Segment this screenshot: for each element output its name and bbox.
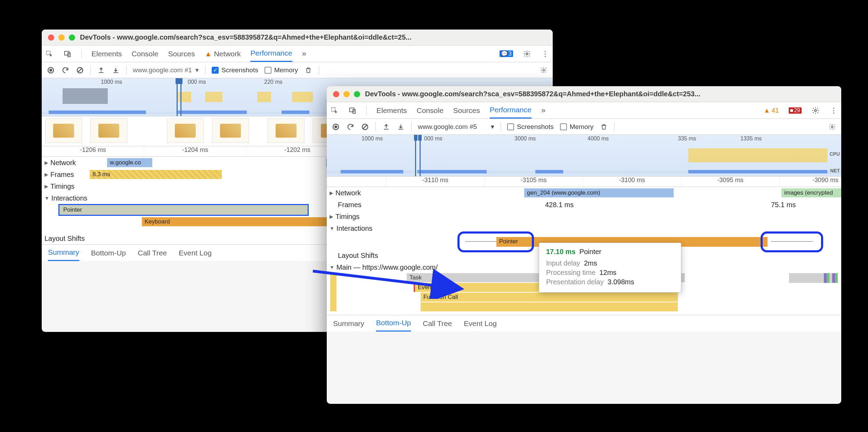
viewport-selection[interactable] — [177, 78, 181, 116]
devtools-window-2: DevTools - www.google.com/search?sca_esv… — [327, 86, 841, 404]
tab-event-log[interactable]: Event Log — [464, 315, 497, 332]
session-select[interactable]: www.google.com #5 ▾ — [418, 123, 494, 131]
gear-icon[interactable] — [523, 50, 531, 58]
svg-point-8 — [543, 69, 545, 71]
flame-bar[interactable] — [421, 302, 678, 311]
download-icon[interactable] — [397, 123, 405, 131]
record-icon[interactable] — [47, 66, 55, 74]
network-item[interactable]: w.google.co — [107, 158, 152, 167]
zoom-icon[interactable] — [69, 34, 75, 41]
tab-elements[interactable]: Elements — [376, 102, 407, 119]
upload-icon[interactable] — [97, 66, 105, 74]
inspect-icon[interactable] — [45, 50, 54, 58]
gear-icon[interactable] — [828, 123, 836, 131]
flame-bar[interactable] — [829, 273, 832, 283]
track-interactions[interactable]: ▼Interactions — [44, 194, 107, 202]
overview-timeline[interactable]: 1000 ms 000 ms 3000 ms 4000 ms 335 ms 13… — [327, 135, 841, 177]
zoom-icon[interactable] — [354, 91, 360, 97]
tab-summary[interactable]: Summary — [48, 245, 79, 261]
tab-bottom-up[interactable]: Bottom-Up — [91, 245, 126, 261]
reload-icon[interactable] — [346, 123, 355, 131]
screenshots-checkbox[interactable]: ✓ Screenshots — [212, 66, 258, 74]
network-item[interactable]: images (encrypted — [781, 188, 841, 197]
tab-event-log[interactable]: Event Log — [179, 245, 212, 261]
tab-network[interactable]: ▲ Network — [205, 46, 241, 62]
titlebar[interactable]: DevTools - www.google.com/search?sca_esv… — [327, 86, 841, 102]
screenshot-thumb[interactable] — [167, 119, 204, 143]
overview-tick: 1335 ms — [740, 136, 762, 142]
tab-elements[interactable]: Elements — [91, 46, 122, 62]
time-ruler[interactable]: -3110 ms -3105 ms -3100 ms -3095 ms -309… — [327, 177, 841, 187]
tab-sources[interactable]: Sources — [453, 102, 480, 119]
warnings-badge[interactable]: ▲ 41 — [764, 107, 779, 114]
screenshot-thumb[interactable] — [45, 119, 82, 143]
interaction-pointer-label[interactable]: Pointer — [60, 205, 102, 214]
screenshots-checkbox[interactable]: Screenshots — [507, 123, 554, 131]
close-icon[interactable] — [48, 34, 54, 41]
close-icon[interactable] — [333, 91, 339, 97]
device-toggle-icon[interactable] — [348, 106, 357, 115]
flame-bar[interactable] — [832, 273, 835, 283]
details-tabs: Summary Bottom-Up Call Tree Event Log — [327, 315, 841, 332]
more-tabs-icon[interactable]: » — [302, 49, 306, 58]
record-icon[interactable] — [332, 123, 340, 131]
clear-icon[interactable] — [361, 123, 369, 131]
track-frames[interactable]: Frames — [330, 201, 392, 209]
kebab-icon[interactable]: ⋮ — [541, 50, 549, 58]
handle-left[interactable] — [414, 135, 417, 141]
inspect-icon[interactable] — [330, 106, 339, 115]
session-select[interactable]: www.google.com #1 ▾ — [133, 66, 199, 74]
tab-console[interactable]: Console — [132, 46, 159, 62]
viewport-selection[interactable] — [415, 135, 421, 176]
messages-badge[interactable]: 💬 3 — [500, 50, 513, 57]
trash-icon[interactable] — [600, 123, 608, 131]
flame-bar[interactable] — [789, 273, 824, 283]
track-network[interactable]: ▶Network — [44, 159, 107, 167]
flame-bar[interactable] — [827, 273, 829, 283]
handle-left[interactable] — [176, 78, 179, 84]
frame-bar[interactable]: 8.3 ms — [90, 170, 222, 179]
kebab-icon[interactable]: ⋮ — [829, 106, 838, 115]
tab-sources[interactable]: Sources — [168, 46, 195, 62]
memory-checkbox[interactable]: Memory — [560, 123, 594, 131]
trash-icon[interactable] — [304, 66, 313, 74]
handle-right[interactable] — [179, 78, 182, 84]
download-icon[interactable] — [112, 66, 120, 74]
tab-console[interactable]: Console — [417, 102, 444, 119]
reload-icon[interactable] — [61, 66, 70, 74]
track-interactions[interactable]: ▼Interactions — [330, 225, 392, 233]
device-toggle-icon[interactable] — [63, 50, 72, 58]
chevron-down-icon: ▾ — [491, 123, 494, 131]
track-timings[interactable]: ▶Timings — [330, 213, 392, 221]
tab-call-tree[interactable]: Call Tree — [138, 245, 167, 261]
tab-bottom-up[interactable]: Bottom-Up — [376, 315, 411, 332]
gear-icon[interactable] — [540, 66, 548, 74]
window-title: DevTools - www.google.com/search?sca_esv… — [80, 33, 546, 41]
flame-bar[interactable] — [824, 273, 827, 283]
screenshot-thumb[interactable] — [90, 119, 127, 143]
network-item[interactable]: gen_204 (www.google.com) — [524, 188, 674, 197]
track-layout-shifts[interactable]: Layout Shifts — [44, 235, 107, 243]
tab-performance[interactable]: Performance — [250, 46, 292, 62]
clear-icon[interactable] — [76, 66, 84, 74]
errors-badge[interactable]: ■ 29 — [789, 107, 802, 114]
memory-label: Memory — [570, 123, 594, 131]
tooltip-name: Pointer — [579, 248, 601, 255]
minimize-icon[interactable] — [58, 34, 65, 41]
flame-bar[interactable] — [835, 273, 838, 283]
track-timings[interactable]: ▶Timings — [44, 182, 107, 190]
minimize-icon[interactable] — [343, 91, 350, 97]
tab-call-tree[interactable]: Call Tree — [423, 315, 452, 332]
screenshot-thumb[interactable] — [212, 119, 249, 143]
tab-performance[interactable]: Performance — [490, 102, 532, 119]
more-tabs-icon[interactable]: » — [541, 106, 545, 115]
titlebar[interactable]: DevTools - www.google.com/search?sca_esv… — [42, 30, 553, 46]
tab-summary[interactable]: Summary — [333, 315, 364, 332]
gear-icon[interactable] — [811, 106, 820, 115]
upload-icon[interactable] — [382, 123, 390, 131]
handle-right[interactable] — [418, 135, 422, 141]
track-network[interactable]: ▶Network — [330, 189, 392, 197]
screenshots-label: Screenshots — [221, 66, 258, 74]
memory-checkbox[interactable]: Memory — [265, 66, 298, 74]
screenshot-thumb[interactable] — [268, 119, 305, 143]
